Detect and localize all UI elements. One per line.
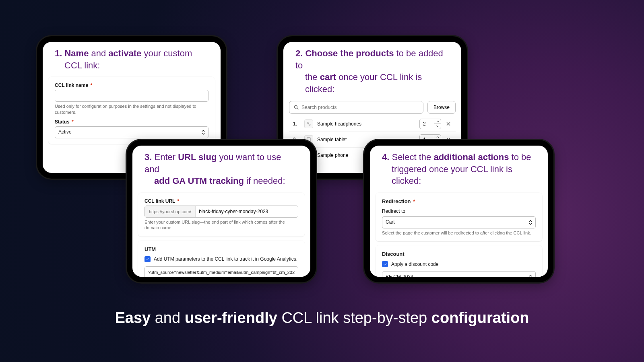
discount-code-select[interactable]: BF-CM-2023 [382,271,536,277]
utm-checkbox[interactable] [144,256,151,262]
close-icon [446,121,451,126]
panel-4-heading: 4. Select the additional actions to betr… [370,146,548,190]
search-products-input[interactable] [289,101,423,114]
panel-1-heading: 1. Name and activate your customCCL link… [43,42,221,74]
ccl-name-label: CCL link name * [55,82,208,88]
status-select[interactable]: Active [55,126,208,138]
url-prefix: https://yourshop.com/ [145,206,196,217]
status-label: Status * [55,119,208,125]
ccl-name-help: Used only for configuration purposes in … [55,103,208,115]
discount-title: Discount [382,251,536,257]
utm-input[interactable] [144,266,298,277]
page-caption: Easy and user-friendly CCL link step-by-… [0,309,644,327]
ccl-name-input[interactable] [55,90,208,102]
search-icon [293,105,299,110]
product-row: 1. Sample headphones 2 [289,116,456,132]
utm-section-title: UTM [144,246,298,252]
qty-up-button[interactable] [434,135,441,140]
redirect-help: Select the page the customer will be red… [382,230,536,236]
qty-up-button[interactable] [434,119,441,124]
panel-3-url-slug-utm: 3. Enter URL slug you want to use andadd… [127,140,316,282]
ccl-url-label: CCL link URL * [144,198,298,204]
chevron-updown-icon [529,275,532,277]
check-icon [383,262,387,266]
redirect-select[interactable]: Cart [382,216,536,228]
utm-checkbox-label: Add UTM parameters to the CCL link to tr… [154,256,297,262]
ccl-url-help: Enter your custom URL slug—the end part … [144,219,298,231]
discount-checkbox[interactable] [382,261,388,267]
qty-stepper[interactable]: 2 [419,119,441,129]
panel-2-heading: 2. Choose the products to be added tothe… [283,42,461,99]
redirect-to-label: Redirect to [382,208,536,214]
remove-product-button[interactable] [445,121,452,127]
redirection-title: Redirection * [382,198,536,204]
panel-4-additional-actions: 4. Select the additional actions to betr… [364,140,553,282]
browse-button[interactable]: Browse [427,101,456,114]
check-icon [146,257,150,261]
product-name: Sample headphones [317,121,415,127]
discount-checkbox-label: Apply a discount code [391,261,438,267]
qty-down-button[interactable] [434,123,441,129]
ccl-url-input[interactable]: https://yourshop.com/ [144,206,298,218]
product-thumb [304,119,313,128]
headphones-icon [306,121,312,127]
panel-3-heading: 3. Enter URL slug you want to use andadd… [132,146,310,190]
chevron-updown-icon [202,130,205,135]
chevron-updown-icon [529,220,532,225]
